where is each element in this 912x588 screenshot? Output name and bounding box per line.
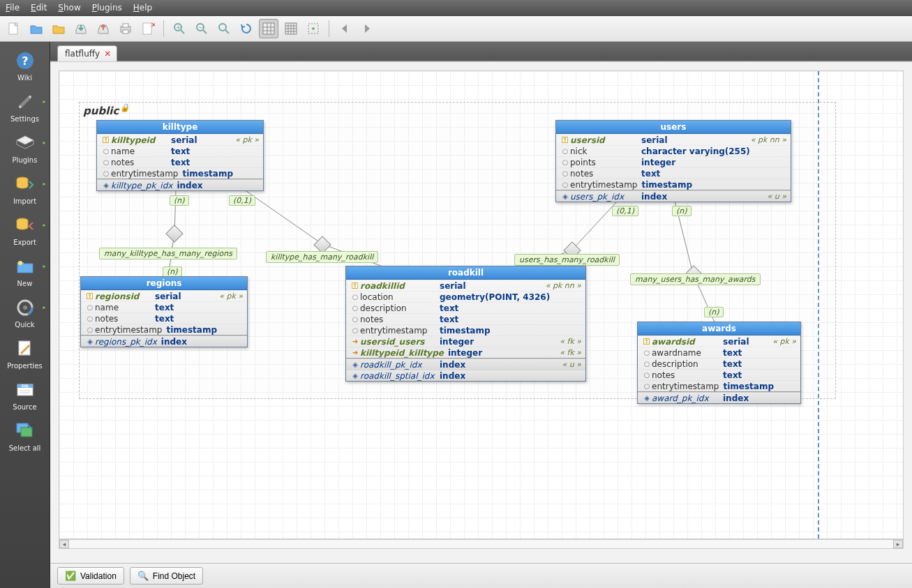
menu-show[interactable]: Show: [58, 3, 80, 13]
tool-fit[interactable]: [304, 19, 323, 38]
col-icon: [642, 381, 652, 392]
sidebar-source[interactable]: SQLSource: [3, 375, 47, 415]
tool-inbox[interactable]: [71, 19, 91, 38]
col-icon: [85, 313, 95, 324]
svg-text:−: −: [198, 24, 204, 31]
index-icon: [85, 336, 95, 347]
svg-point-27: [312, 27, 315, 30]
relationship-label[interactable]: many_killtype_has_many_regions: [99, 248, 237, 259]
sidebar-wiki[interactable]: ?Wiki: [3, 46, 47, 86]
canvas-wrap: public🔒: [50, 61, 912, 563]
svg-text:?: ?: [22, 54, 28, 68]
col-icon: [85, 302, 95, 313]
relationship-label[interactable]: killtype_has_many_roadkill: [266, 251, 378, 263]
sidebar-select-all[interactable]: Select all: [3, 416, 47, 456]
search-icon: 🔍: [137, 571, 149, 581]
table-awards[interactable]: awards awardsidserial« pk » awardnametex…: [637, 322, 801, 404]
svg-point-35: [23, 306, 27, 310]
tool-open[interactable]: [27, 19, 46, 38]
col-icon: [642, 359, 652, 370]
cardinality: (n): [170, 195, 189, 206]
sidebar-label: Source: [13, 403, 36, 411]
menu-file[interactable]: File: [6, 3, 20, 13]
svg-rect-14: [263, 23, 274, 34]
menu-plugins[interactable]: Plugins: [92, 3, 122, 13]
table-killtype[interactable]: killtype killtypeidserial« pk » nametext…: [96, 120, 264, 191]
tool-print[interactable]: [116, 19, 135, 38]
sidebar-plugins[interactable]: ▸Plugins: [3, 128, 47, 168]
tool-grid-large[interactable]: [259, 19, 278, 38]
col-icon: [350, 303, 360, 314]
svg-rect-3: [123, 30, 128, 33]
scroll-track[interactable]: [69, 540, 893, 548]
tool-delete-file[interactable]: ✕: [138, 19, 158, 38]
svg-rect-43: [21, 428, 32, 437]
table-users[interactable]: users usersidserial« pk nn » nickcharact…: [555, 120, 791, 202]
tool-zoom-reset[interactable]: [214, 19, 234, 38]
sidebar-label: Wiki: [17, 74, 32, 82]
scroll-left-icon[interactable]: ◂: [59, 540, 69, 548]
table-title: users: [556, 121, 791, 134]
col-icon: [101, 146, 111, 157]
pk-icon: [560, 135, 570, 146]
tool-open-yellow[interactable]: [49, 19, 68, 38]
sidebar-import[interactable]: ▸Import: [3, 169, 47, 209]
horizontal-scrollbar[interactable]: ◂ ▸: [59, 539, 904, 549]
index-icon: [350, 370, 360, 382]
sidebar-settings[interactable]: ▸Settings: [3, 87, 47, 127]
tool-grid-small[interactable]: [281, 19, 301, 38]
index-icon: [101, 180, 111, 191]
schema-label: public🔒: [83, 103, 130, 117]
tool-zoom-in[interactable]: +: [170, 19, 189, 38]
scroll-right-icon[interactable]: ▸: [893, 540, 903, 548]
sidebar-new[interactable]: ▸New: [3, 252, 47, 292]
cardinality: (0,1): [612, 206, 638, 216]
sidebar: ?Wiki ▸Settings ▸Plugins ▸Import ▸Export…: [0, 42, 50, 588]
menubar: File Edit Show Plugins Help: [0, 0, 912, 16]
fk-icon: [350, 347, 360, 359]
diagram-canvas[interactable]: public🔒: [59, 70, 904, 539]
table-roadkill[interactable]: roadkill roadkillidserial« pk nn » locat…: [345, 266, 586, 382]
tool-refresh[interactable]: [237, 19, 256, 38]
find-object-button[interactable]: 🔍Find Object: [130, 567, 203, 585]
tool-zoom-out[interactable]: −: [192, 19, 211, 38]
sidebar-label: New: [17, 280, 33, 287]
sidebar-export[interactable]: ▸Export: [3, 211, 47, 250]
col-icon: [642, 347, 652, 359]
table-regions[interactable]: regions regionsidserial« pk » nametext n…: [80, 276, 248, 347]
col-icon: [85, 324, 95, 336]
lock-icon: 🔒: [120, 103, 130, 112]
table-title: killtype: [97, 121, 263, 134]
menu-help[interactable]: Help: [133, 3, 152, 13]
col-icon: [101, 157, 111, 168]
tool-new-file[interactable]: [4, 19, 24, 38]
relationship-label[interactable]: users_has_many_roadkill: [514, 254, 620, 266]
tool-nav-next[interactable]: [357, 19, 377, 38]
col-icon: [350, 292, 360, 303]
svg-text:SQL: SQL: [21, 384, 29, 388]
col-icon: [350, 325, 360, 336]
button-label: Validation: [80, 571, 117, 581]
col-icon: [642, 370, 652, 381]
tab-close-icon[interactable]: ✕: [104, 49, 111, 59]
tool-nav-prev[interactable]: [335, 19, 354, 38]
cardinality: (n): [163, 266, 182, 277]
button-label: Find Object: [153, 571, 195, 581]
cardinality: (n): [704, 307, 724, 317]
sidebar-quick[interactable]: ▸Quick: [3, 293, 47, 333]
pk-icon: [101, 135, 111, 146]
tab-model[interactable]: flatfluffy ✕: [57, 45, 117, 61]
pk-icon: [350, 280, 360, 292]
tool-outbox[interactable]: [94, 19, 113, 38]
cardinality: (n): [672, 206, 692, 216]
relationship-label[interactable]: many_users_has_many_awards: [630, 273, 761, 285]
toolbar: ✕ + −: [0, 16, 912, 42]
validation-button[interactable]: ✅Validation: [57, 567, 124, 585]
col-icon: [560, 179, 570, 190]
index-icon: [350, 359, 360, 370]
menu-edit[interactable]: Edit: [31, 3, 47, 13]
check-icon: ✅: [65, 571, 76, 581]
sidebar-properties[interactable]: Properties: [3, 334, 47, 374]
sidebar-label: Import: [13, 197, 36, 205]
table-title: regions: [81, 277, 247, 290]
